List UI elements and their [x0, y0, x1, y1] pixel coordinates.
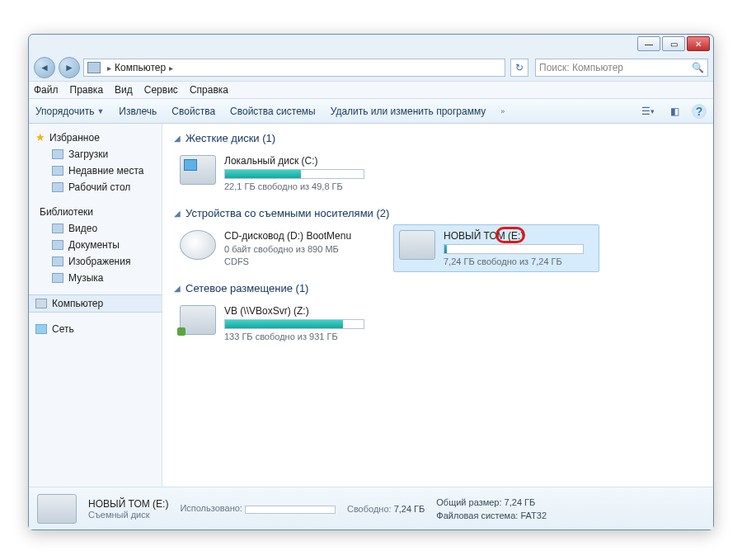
cd-icon — [180, 230, 216, 260]
breadcrumb[interactable]: ▸ Компьютер ▸ — [83, 59, 505, 77]
details-fs-label: Файловая система: — [436, 511, 518, 520]
menu-edit[interactable]: Правка — [70, 84, 104, 96]
collapse-icon: ◢ — [174, 284, 181, 293]
collapse-icon: ◢ — [174, 134, 181, 143]
drive-sub: 7,24 ГБ свободно из 7,24 ГБ — [444, 256, 584, 266]
body: ★Избранное Загрузки Недавние места Рабоч… — [29, 124, 713, 487]
drive-name: CD-дисковод (D:) BootMenu — [224, 230, 351, 242]
details-used-label: Использовано: — [180, 503, 242, 513]
menu-help[interactable]: Справка — [190, 84, 228, 96]
sidebar-libraries: Библиотеки Видео Документы Изображения М… — [29, 204, 162, 286]
drive-c[interactable]: Локальный диск (C:) 22,1 ГБ свободно из … — [174, 149, 380, 197]
drive-sub: 0 байт свободно из 890 МБ — [224, 244, 351, 254]
removable-icon — [399, 230, 435, 260]
nav-forward-button[interactable]: ► — [59, 57, 80, 78]
space-bar — [444, 244, 584, 254]
sidebar-item-documents[interactable]: Документы — [29, 237, 162, 253]
separator-icon: ▸ — [169, 64, 173, 73]
drive-sub: 22,1 ГБ свободно из 49,8 ГБ — [224, 181, 364, 191]
sidebar-item-downloads[interactable]: Загрузки — [29, 146, 162, 162]
refresh-button[interactable]: ↻ — [510, 59, 528, 77]
sidebar-favorites: ★Избранное Загрузки Недавние места Рабоч… — [29, 129, 162, 195]
sidebar-item-network[interactable]: Сеть — [29, 321, 162, 337]
space-bar — [224, 319, 364, 329]
close-button[interactable]: ✕ — [687, 36, 710, 51]
search-input[interactable]: Поиск: Компьютер 🔍 — [535, 59, 708, 77]
drive-z[interactable]: VB (\\VBoxSvr) (Z:) 133 ГБ свободно из 9… — [174, 299, 380, 347]
details-title: НОВЫЙ ТОМ (E:) — [88, 498, 168, 510]
details-pane: НОВЫЙ ТОМ (E:) Съемный диск Использовано… — [29, 487, 713, 529]
drive-name: НОВЫЙ ТОМ (E:) — [444, 230, 584, 242]
details-total-label: Общий размер: — [436, 497, 501, 507]
help-button[interactable]: ? — [692, 104, 707, 119]
category-header-network[interactable]: ◢Сетевое размещение (1) — [174, 282, 702, 294]
explorer-window: — ▭ ✕ ◄ ► ▸ Компьютер ▸ ↻ Поиск: Компьют… — [28, 34, 714, 530]
details-fs-value: FAT32 — [520, 511, 547, 520]
search-icon: 🔍 — [692, 62, 704, 73]
collapse-icon: ◢ — [174, 209, 181, 218]
sidebar: ★Избранное Загрузки Недавние места Рабоч… — [29, 124, 162, 487]
music-icon — [52, 273, 63, 283]
network-drive-icon — [180, 305, 216, 335]
toolbar: Упорядочить▼ Извлечь Свойства Свойства с… — [29, 99, 713, 124]
computer-icon — [87, 62, 101, 73]
video-icon — [52, 224, 63, 233]
details-drive-icon — [37, 494, 77, 524]
drive-name: VB (\\VBoxSvr) (Z:) — [224, 305, 364, 317]
window-controls: — ▭ ✕ — [637, 36, 710, 51]
document-icon — [52, 240, 63, 250]
maximize-button[interactable]: ▭ — [662, 36, 685, 51]
sidebar-item-music[interactable]: Музыка — [29, 270, 162, 286]
category-removable: ◢Устройства со съемными носителями (2) C… — [174, 207, 702, 272]
network-icon — [35, 324, 47, 334]
sidebar-head-libraries[interactable]: Библиотеки — [29, 204, 162, 220]
chevron-right-icon: » — [500, 107, 505, 115]
details-total-value: 7,24 ГБ — [505, 497, 536, 507]
menu-service[interactable]: Сервис — [144, 84, 178, 96]
details-free-label: Свободно: — [347, 504, 392, 514]
category-hdd: ◢Жесткие диски (1) Локальный диск (C:) 2… — [174, 132, 702, 197]
toolbar-overflow[interactable]: » — [500, 107, 505, 115]
breadcrumb-item[interactable]: Компьютер — [115, 62, 166, 73]
category-header-removable[interactable]: ◢Устройства со съемными носителями (2) — [174, 207, 702, 219]
menu-view[interactable]: Вид — [115, 84, 133, 96]
titlebar: — ▭ ✕ — [29, 35, 713, 54]
drive-sub: CDFS — [224, 256, 351, 266]
space-bar — [224, 169, 364, 179]
toolbar-eject[interactable]: Извлечь — [119, 106, 157, 117]
view-mode-button[interactable]: ☰▾ — [639, 103, 657, 120]
computer-icon — [35, 299, 47, 308]
recent-icon — [52, 166, 63, 176]
toolbar-system-properties[interactable]: Свойства системы — [230, 106, 316, 117]
sidebar-item-pictures[interactable]: Изображения — [29, 253, 162, 270]
separator-icon: ▸ — [107, 64, 111, 73]
sidebar-item-video[interactable]: Видео — [29, 220, 162, 237]
chevron-down-icon: ▼ — [96, 107, 104, 115]
sidebar-head-favorites[interactable]: ★Избранное — [29, 129, 162, 146]
hdd-icon — [180, 155, 216, 185]
preview-pane-button[interactable]: ◧ — [665, 103, 683, 120]
sidebar-item-desktop[interactable]: Рабочий стол — [29, 179, 162, 195]
star-icon: ★ — [35, 131, 45, 144]
toolbar-organize[interactable]: Упорядочить▼ — [35, 106, 104, 117]
nav-bar: ◄ ► ▸ Компьютер ▸ ↻ Поиск: Компьютер 🔍 — [29, 54, 713, 81]
toolbar-uninstall[interactable]: Удалить или изменить программу — [331, 106, 486, 117]
details-free-value: 7,24 ГБ — [394, 504, 425, 514]
sidebar-item-computer[interactable]: Компьютер — [29, 294, 162, 313]
search-placeholder: Поиск: Компьютер — [539, 62, 623, 73]
content-pane: ◢Жесткие диски (1) Локальный диск (C:) 2… — [162, 124, 713, 487]
category-network: ◢Сетевое размещение (1) VB (\\VBoxSvr) (… — [174, 282, 702, 347]
details-used-bar — [245, 506, 336, 514]
details-type: Съемный диск — [88, 510, 168, 520]
sidebar-item-recent[interactable]: Недавние места — [29, 162, 162, 179]
picture-icon — [52, 256, 63, 266]
drive-sub: 133 ГБ свободно из 931 ГБ — [224, 332, 364, 341]
nav-back-button[interactable]: ◄ — [34, 57, 55, 78]
download-icon — [52, 149, 63, 159]
menu-file[interactable]: Файл — [34, 84, 59, 96]
drive-d[interactable]: CD-дисковод (D:) BootMenu 0 байт свободн… — [174, 224, 380, 272]
drive-e[interactable]: НОВЫЙ ТОМ (E:) 7,24 ГБ свободно из 7,24 … — [393, 224, 599, 272]
toolbar-properties[interactable]: Свойства — [171, 106, 215, 117]
minimize-button[interactable]: — — [637, 36, 660, 51]
category-header-hdd[interactable]: ◢Жесткие диски (1) — [174, 132, 702, 144]
